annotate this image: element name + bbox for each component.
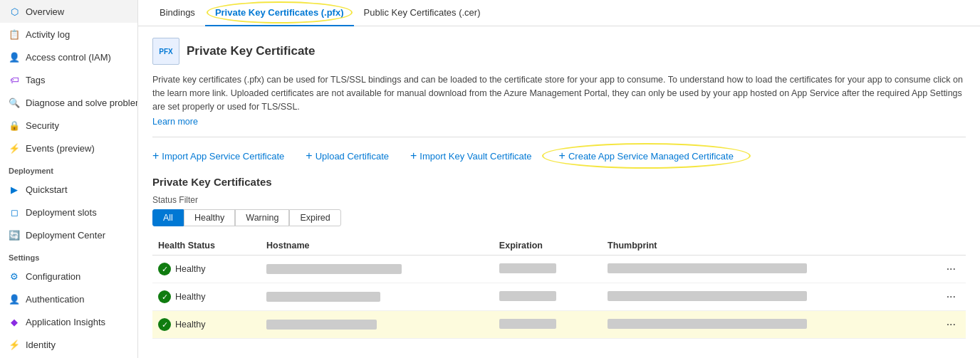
activity-icon: 📋 bbox=[9, 28, 20, 40]
dep-center-icon: 🔄 bbox=[9, 229, 20, 241]
sidebar-item-label: Events (preview) bbox=[26, 143, 95, 154]
plus-icon-4: + bbox=[559, 150, 565, 162]
filter-all-pill[interactable]: All bbox=[152, 209, 184, 226]
status-filter-label: Status Filter bbox=[152, 195, 966, 205]
table-row: ✓ Healthy bbox=[152, 311, 966, 339]
sidebar-item-app-insights[interactable]: ◆ Application Insights bbox=[0, 310, 137, 333]
security-icon: 🔒 bbox=[9, 120, 20, 131]
sidebar-item-deployment-slots[interactable]: ◻ Deployment slots bbox=[0, 201, 137, 223]
diagnose-icon: 🔍 bbox=[9, 97, 20, 108]
hostname-cell bbox=[261, 311, 494, 339]
sidebar-item-security[interactable]: 🔒 Security bbox=[0, 114, 137, 137]
plus-icon-2: + bbox=[306, 150, 312, 162]
health-cell: ✓ Healthy bbox=[158, 318, 255, 331]
sidebar-item-label: Access control (IAM) bbox=[26, 52, 111, 63]
col-expiration: Expiration bbox=[494, 236, 602, 256]
health-status-label: Healthy bbox=[175, 264, 205, 274]
tab-bindings[interactable]: Bindings bbox=[150, 0, 205, 26]
row-ellipsis-btn[interactable]: ··· bbox=[942, 317, 960, 332]
sidebar-item-quickstart[interactable]: ▶ Quickstart bbox=[0, 178, 137, 201]
expiry-blurred bbox=[499, 291, 556, 301]
sidebar-item-label: Diagnose and solve problems bbox=[26, 98, 138, 108]
col-thumbprint: Thumbprint bbox=[602, 236, 937, 256]
tab-public-key[interactable]: Public Key Certificates (.cer) bbox=[354, 0, 491, 26]
health-cell: ✓ Healthy bbox=[158, 263, 255, 275]
sidebar-item-label: Configuration bbox=[26, 271, 80, 282]
access-icon: 👤 bbox=[9, 51, 20, 63]
quickstart-icon: ▶ bbox=[9, 184, 20, 195]
check-icon: ✓ bbox=[158, 318, 171, 331]
col-actions bbox=[937, 236, 966, 256]
plus-icon-3: + bbox=[410, 150, 417, 162]
cert-section-title: Private Key Certificates bbox=[152, 176, 966, 188]
thumb-cell bbox=[602, 283, 937, 311]
sidebar-item-configuration[interactable]: ⚙ Configuration bbox=[0, 265, 137, 288]
sidebar-item-label: Overview bbox=[26, 6, 64, 17]
table-row: ✓ Healthy bbox=[152, 256, 966, 283]
auth-icon: 👤 bbox=[9, 293, 20, 305]
settings-section-label: Settings bbox=[0, 246, 137, 265]
filter-warning-pill[interactable]: Warning bbox=[235, 209, 289, 226]
expiry-blurred bbox=[499, 319, 556, 329]
thumb-cell bbox=[602, 311, 937, 339]
sidebar-item-authentication[interactable]: 👤 Authentication bbox=[0, 288, 137, 310]
sidebar-item-label: Deployment slots bbox=[26, 207, 97, 218]
sidebar-item-label: Application Insights bbox=[26, 317, 105, 327]
sidebar-item-identity[interactable]: ⚡ Identity bbox=[0, 333, 137, 356]
main-content: Bindings Private Key Certificates (.pfx)… bbox=[138, 0, 980, 358]
col-health-status: Health Status bbox=[152, 236, 261, 256]
filter-expired-pill[interactable]: Expired bbox=[289, 209, 340, 226]
actions-cell: ··· bbox=[937, 256, 966, 283]
sidebar-item-access-control[interactable]: 👤 Access control (IAM) bbox=[0, 46, 137, 68]
sidebar-item-overview[interactable]: ⬡ Overview bbox=[0, 0, 137, 23]
sidebar-item-tags[interactable]: 🏷 Tags bbox=[0, 68, 137, 91]
expiry-blurred bbox=[499, 263, 556, 273]
health-status-label: Healthy bbox=[175, 320, 205, 330]
row-ellipsis-btn[interactable]: ··· bbox=[942, 289, 960, 305]
plus-icon-1: + bbox=[152, 150, 159, 162]
health-cell: ✓ Healthy bbox=[158, 290, 255, 303]
content-area: PFX Private Key Certificate Private key … bbox=[138, 26, 980, 358]
identity-icon: ⚡ bbox=[9, 339, 20, 350]
sidebar-item-activity-log[interactable]: 📋 Activity log bbox=[0, 23, 137, 46]
sidebar-item-label: Quickstart bbox=[26, 184, 68, 195]
row-ellipsis-btn[interactable]: ··· bbox=[942, 261, 960, 277]
sidebar-item-deployment-center[interactable]: 🔄 Deployment Center bbox=[0, 223, 137, 246]
sidebar: ⬡ Overview 📋 Activity log 👤 Access contr… bbox=[0, 0, 138, 358]
deployment-section-label: Deployment bbox=[0, 159, 137, 178]
tabs-bar: Bindings Private Key Certificates (.pfx)… bbox=[138, 0, 980, 26]
certificates-section: Private Key Certificates Status Filter A… bbox=[152, 176, 966, 339]
import-app-service-btn[interactable]: + Import App Service Certificate bbox=[152, 150, 284, 162]
section-description: Private key certificates (.pfx) can be u… bbox=[152, 73, 966, 113]
sidebar-item-label: Deployment Center bbox=[26, 230, 105, 241]
learn-more-link[interactable]: Learn more bbox=[152, 117, 198, 127]
sidebar-item-diagnose[interactable]: 🔍 Diagnose and solve problems bbox=[0, 91, 137, 114]
thumb-blurred bbox=[608, 291, 807, 301]
overview-icon: ⬡ bbox=[9, 6, 20, 17]
section-title: Private Key Certificate bbox=[187, 44, 315, 58]
actions-row: + Import App Service Certificate + Uploa… bbox=[152, 147, 966, 164]
health-status-label: Healthy bbox=[175, 292, 205, 302]
sidebar-item-events[interactable]: ⚡ Events (preview) bbox=[0, 137, 137, 159]
divider bbox=[152, 137, 966, 137]
hostname-blurred bbox=[266, 292, 380, 302]
thumb-blurred bbox=[608, 319, 807, 329]
hostname-blurred bbox=[266, 320, 377, 330]
sidebar-item-label: Activity log bbox=[26, 29, 70, 40]
appinsights-icon: ◆ bbox=[9, 316, 20, 327]
upload-certificate-btn[interactable]: + Upload Certificate bbox=[306, 150, 389, 162]
section-header: PFX Private Key Certificate bbox=[152, 38, 966, 65]
hostname-cell bbox=[261, 256, 494, 283]
tab-private-key[interactable]: Private Key Certificates (.pfx) bbox=[205, 0, 354, 26]
table-row: ✓ Healthy bbox=[152, 283, 966, 311]
filter-healthy-pill[interactable]: Healthy bbox=[184, 209, 235, 226]
events-icon: ⚡ bbox=[9, 142, 20, 154]
create-managed-cert-btn[interactable]: + Create App Service Managed Certificate bbox=[553, 147, 739, 164]
sidebar-item-label: Authentication bbox=[26, 294, 84, 305]
import-keyvault-btn[interactable]: + Import Key Vault Certificate bbox=[410, 150, 532, 162]
col-hostname: Hostname bbox=[261, 236, 494, 256]
check-icon: ✓ bbox=[158, 263, 171, 275]
config-icon: ⚙ bbox=[9, 270, 20, 282]
sidebar-item-label: Tags bbox=[26, 75, 45, 85]
expiry-cell bbox=[494, 256, 602, 283]
